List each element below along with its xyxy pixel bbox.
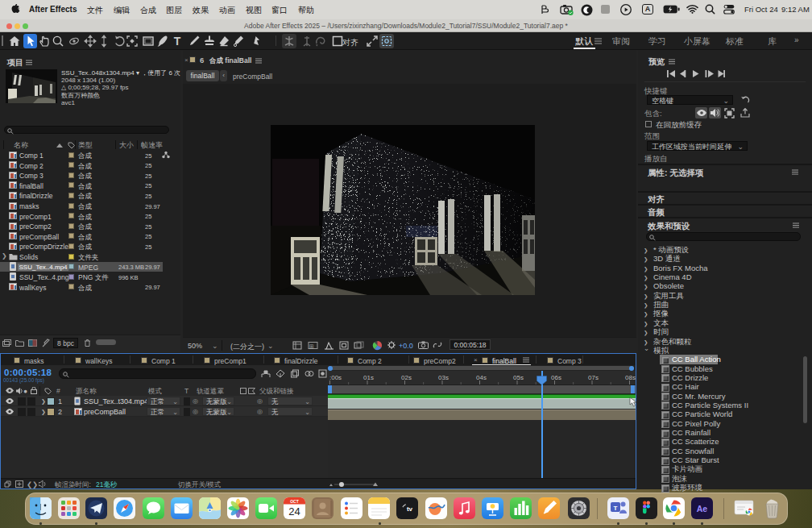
svg-text:Ae: Ae <box>697 504 708 513</box>
svg-text:OCT: OCT <box>290 499 299 504</box>
svg-text:tv: tv <box>407 505 413 513</box>
svg-text:⊞: ⊞ <box>309 343 314 349</box>
svg-text:24: 24 <box>288 505 300 518</box>
svg-text:T: T <box>614 505 618 512</box>
